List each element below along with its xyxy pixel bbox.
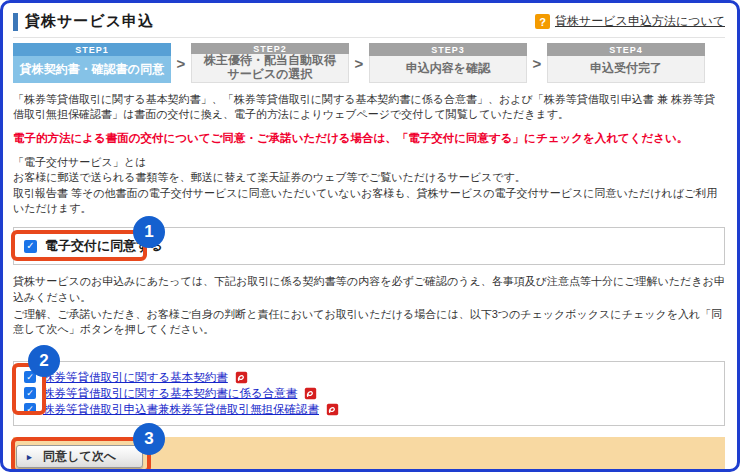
step-3-label: 申込内容を確認	[406, 62, 490, 76]
step-4: STEP4 申込受付完了	[547, 43, 705, 83]
page-title: 貸株サービス申込	[25, 12, 154, 31]
step-arrow-icon: >	[527, 43, 547, 83]
stock-lending-application-page: 貸株サービス申込 ? 貸株サービス申込方法について STEP1 貸株契約書・確認…	[0, 0, 740, 472]
help-link-group[interactable]: ? 貸株サービス申込方法について	[535, 13, 725, 30]
document-link-2[interactable]: 株券等貸借取引に関する基本契約書に係る合意書	[43, 386, 297, 401]
step-arrow-icon: >	[349, 43, 369, 83]
electronic-delivery-notice: 電子的方法による書面の交付についてご同意・ご承諾いただける場合は、「電子交付に同…	[13, 131, 725, 147]
step-2-label: 株主優待・配当自動取得 サービスの選択	[204, 54, 336, 82]
service-definition-line2: 取引報告書 等その他書面の電子交付サービスに同意いただいていないお客様も、貸株サ…	[13, 186, 725, 217]
pdf-icon	[304, 387, 317, 400]
pdf-icon	[235, 371, 248, 384]
annotation-badge-3: 3	[133, 423, 165, 455]
agreement-instructions-1: 貸株サービスのお申込みにあたっては、下記お取引に係る契約書等の内容を必ずご確認の…	[13, 274, 725, 304]
title-accent-bar	[13, 13, 18, 31]
question-icon: ?	[535, 14, 550, 29]
annotation-badge-2: 2	[28, 345, 60, 377]
step-4-header: STEP4	[547, 43, 705, 56]
footer: ▸ 同意して次へ 3	[13, 437, 725, 472]
document-checkbox-3[interactable]: ✓	[24, 403, 36, 415]
document-link-3[interactable]: 株券等貸借取引申込書兼株券等貸借取引無担保確認書	[43, 402, 319, 417]
step-4-label: 申込受付完了	[590, 62, 662, 76]
agree-and-next-button[interactable]: ▸ 同意して次へ	[16, 445, 143, 468]
document-link-1[interactable]: 株券等貸借取引に関する基本契約書	[43, 370, 228, 385]
step-1-label: 貸株契約書・確認書の同意	[20, 63, 164, 77]
document-row: ✓ 株券等貸借取引に関する基本契約書に係る合意書	[24, 385, 714, 401]
service-definition-line1: お客様に郵送で送られる書類等を、郵送に替えて楽天証券のウェブ等でご覧いただけるサ…	[13, 170, 725, 185]
progress-steps: STEP1 貸株契約書・確認書の同意 > STEP2 株主優待・配当自動取得 サ…	[13, 43, 725, 83]
service-definition-title: 「電子交付サービス」とは	[13, 155, 725, 170]
help-link[interactable]: 貸株サービス申込方法について	[555, 13, 725, 30]
agree-and-next-button-label: 同意して次へ	[43, 448, 116, 465]
step-2: STEP2 株主優待・配当自動取得 サービスの選択	[191, 43, 349, 83]
contract-documents-box: ✓ 株券等貸借取引に関する基本契約書 ✓ 株券等貸借取引に関する基本契約書に係る…	[13, 361, 725, 426]
document-row: ✓ 株券等貸借取引申込書兼株券等貸借取引無担保確認書	[24, 401, 714, 417]
arrow-bullet-icon: ▸	[27, 452, 32, 462]
intro-paragraph: 「株券等貸借取引に関する基本契約書」、「株券等貸借取引に関する基本契約書に係る合…	[13, 92, 725, 122]
document-checkbox-2[interactable]: ✓	[24, 387, 36, 399]
step-3: STEP3 申込内容を確認	[369, 43, 527, 83]
page-header: 貸株サービス申込 ? 貸株サービス申込方法について	[13, 9, 725, 38]
electronic-delivery-consent-box: ✓ 電子交付に同意する 1	[13, 227, 725, 265]
agreement-instructions-2: ご理解、ご承諾いただき、お客様ご自身の判断と責任においてお取引いただける場合には…	[13, 307, 725, 337]
electronic-delivery-checkbox[interactable]: ✓	[24, 240, 37, 253]
pdf-icon	[326, 403, 339, 416]
step-1: STEP1 貸株契約書・確認書の同意	[13, 43, 171, 83]
document-row: ✓ 株券等貸借取引に関する基本契約書	[24, 369, 714, 385]
step-3-header: STEP3	[369, 43, 527, 56]
step-arrow-icon: >	[171, 43, 191, 83]
step-1-header: STEP1	[13, 43, 171, 56]
